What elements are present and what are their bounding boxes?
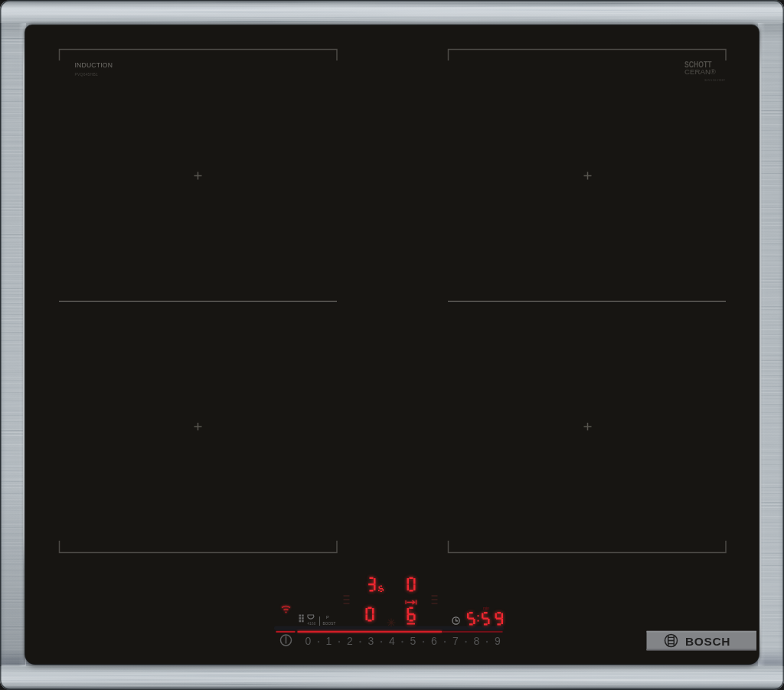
svg-text:1: 1 [326,635,332,647]
svg-text:BOOST: BOOST [323,622,336,626]
svg-text:BOSCH: BOSCH [685,635,730,648]
svg-text:8: 8 [474,635,480,647]
svg-text:2: 2 [347,635,353,647]
svg-text:7: 7 [452,635,459,647]
svg-text:P: P [326,615,329,620]
svg-text:min: min [483,606,489,610]
svg-text:9: 9 [495,635,501,647]
svg-text:4: 4 [389,635,395,647]
svg-text:0: 0 [305,635,312,647]
svg-text:5: 5 [410,635,416,647]
svg-text:3: 3 [368,635,374,647]
svg-text:6: 6 [431,635,437,647]
svg-text:4160: 4160 [308,622,316,626]
